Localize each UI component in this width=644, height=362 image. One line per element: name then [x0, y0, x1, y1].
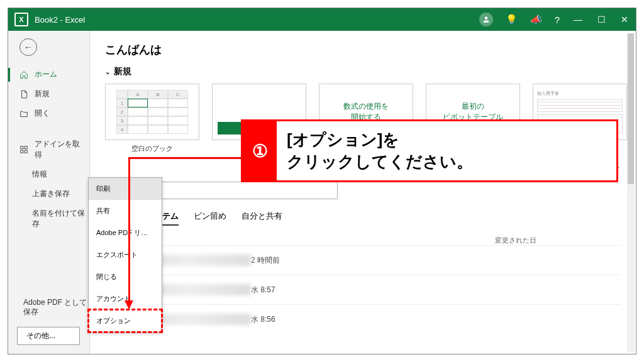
recent-header-name	[105, 236, 495, 245]
recent-header-modified: 変更された日	[495, 236, 621, 245]
recent-date: 水 8:57	[251, 285, 377, 295]
minimize-button[interactable]: —	[572, 14, 584, 25]
tab-shared[interactable]: 自分と共有	[242, 211, 282, 226]
annotation-callout: ① [オプション]をクリックしてください。	[241, 119, 618, 182]
recent-row[interactable]: 水 8:56	[105, 304, 621, 334]
main-content: こんばんは ⌄ 新規 ABC 1 2 3 4 空白	[90, 31, 636, 354]
nav-adobe-pdf[interactable]: Adobe PDF として保存	[8, 293, 89, 322]
menu-adobe-pdf-link[interactable]: Adobe PDF リ…	[89, 222, 162, 244]
menu-print[interactable]: 印刷	[89, 178, 162, 200]
svg-point-0	[484, 16, 487, 19]
user-avatar[interactable]	[479, 13, 493, 26]
vertical-scrollbar[interactable]	[627, 33, 635, 353]
svg-rect-2	[25, 146, 27, 149]
scrollbar-thumb[interactable]	[628, 33, 634, 184]
menu-share[interactable]: 共有	[89, 200, 162, 222]
svg-rect-3	[21, 150, 23, 153]
new-section-heading[interactable]: ⌄ 新規	[105, 66, 621, 77]
back-button[interactable]: ←	[19, 38, 37, 56]
title-bar: X Book2 - Excel 💡 📣 ? — ☐ ✕	[8, 8, 636, 31]
nav-new[interactable]: 新規	[8, 84, 89, 104]
close-button[interactable]: ✕	[619, 14, 630, 25]
tab-pinned[interactable]: ピン留め	[194, 211, 226, 226]
help-icon[interactable]: ?	[555, 14, 560, 25]
maximize-button[interactable]: ☐	[596, 14, 607, 25]
home-icon	[19, 70, 28, 79]
callout-text: [オプション]をクリックしてください。	[277, 121, 483, 180]
menu-close[interactable]: 閉じる	[89, 266, 162, 288]
callout-badge: ①	[243, 121, 277, 180]
recent-row[interactable]: 水 8:57	[105, 275, 621, 304]
svg-rect-1	[21, 146, 23, 149]
template-blank-label: 空白のブック	[105, 144, 199, 153]
new-section-label: 新規	[114, 66, 131, 77]
menu-export[interactable]: エクスポート	[89, 244, 162, 266]
greeting-heading: こんばんは	[105, 42, 621, 57]
recent-date: 水 8:56	[251, 314, 377, 325]
window-title: Book2 - Excel	[35, 15, 479, 25]
nav-home-label: ホーム	[35, 69, 57, 80]
nav-info[interactable]: 情報	[8, 165, 89, 184]
nav-open-label: 開く	[35, 108, 50, 119]
template-blank[interactable]: ABC 1 2 3 4 空白のブック	[105, 84, 199, 153]
nav-new-label: 新規	[35, 89, 50, 99]
nav-addins[interactable]: アドインを取得	[8, 134, 89, 165]
chevron-down-icon: ⌄	[105, 69, 110, 75]
excel-app-icon: X	[14, 13, 28, 26]
document-icon	[19, 90, 28, 99]
megaphone-icon[interactable]: 📣	[530, 14, 542, 25]
annotation-arrow	[128, 157, 242, 159]
nav-open[interactable]: 開く	[8, 104, 89, 123]
recent-tabs: 最近使ったアイテム ピン留め 自分と共有	[105, 211, 621, 226]
svg-rect-4	[25, 150, 27, 153]
menu-options[interactable]: オプション	[89, 310, 162, 332]
recent-date: 2 時間前	[251, 255, 377, 266]
addins-icon	[19, 145, 28, 154]
nav-home[interactable]: ホーム	[8, 65, 89, 84]
annotation-arrow	[128, 157, 130, 308]
lightbulb-icon[interactable]: 💡	[506, 14, 518, 25]
recent-row[interactable]: 2 時間前	[105, 245, 621, 275]
folder-open-icon	[19, 109, 28, 118]
backstage-sidebar: ← ホーム 新規 開く アドインを取得 情報 上書き保存 名前を付けて保存	[8, 31, 90, 354]
nav-other-button[interactable]: その他...	[17, 327, 80, 345]
nav-saveas[interactable]: 名前を付けて保存	[8, 204, 89, 234]
nav-save[interactable]: 上書き保存	[8, 184, 89, 204]
nav-addins-label: アドインを取得	[35, 139, 82, 160]
